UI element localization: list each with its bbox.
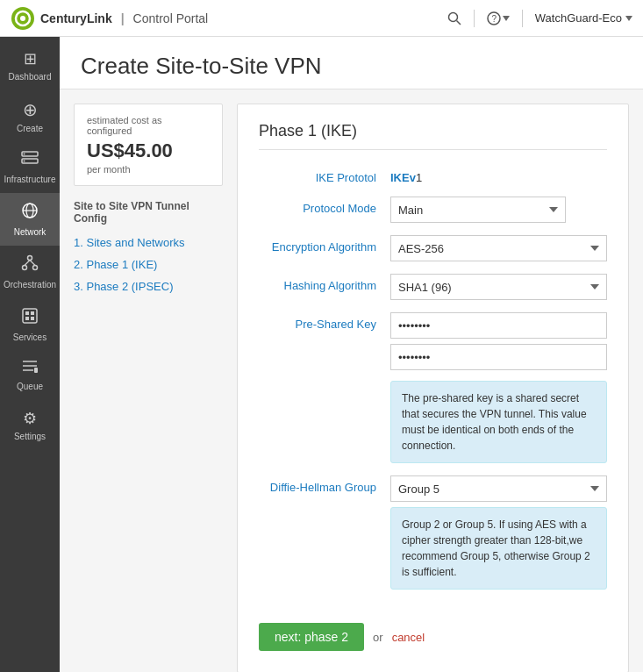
portal-name: Control Portal: [133, 11, 209, 25]
step-1-number: 1.: [74, 236, 83, 249]
search-button[interactable]: [447, 11, 461, 25]
centurylink-logo-icon: [11, 6, 35, 31]
svg-rect-27: [34, 368, 38, 373]
cost-period: per month: [87, 164, 210, 175]
step-2-label: Phase 1 (IKE): [86, 258, 157, 271]
nav-section-title: Site to Site VPN Tunnel Config: [74, 200, 223, 225]
protocol-mode-control: Main Aggressive: [390, 197, 607, 223]
phase-title: Phase 1 (IKE): [259, 122, 607, 150]
infrastructure-icon: [21, 151, 39, 171]
cost-box: estimated cost as configured US$45.00 pe…: [74, 104, 223, 186]
step-3-number: 3.: [74, 280, 83, 293]
sidebar-label-infrastructure: Infrastructure: [4, 175, 56, 184]
sidebar-item-orchestration[interactable]: Orchestration: [0, 246, 60, 298]
hashing-algorithm-label: Hashing Algorithm: [259, 274, 390, 292]
encryption-algorithm-row: Encryption Algorithm AES-256 AES-128 3DE…: [259, 235, 607, 261]
step-2-number: 2.: [74, 258, 83, 271]
sidebar-item-network[interactable]: Network: [0, 193, 60, 246]
sidebar-item-queue[interactable]: Queue: [0, 351, 60, 400]
ike-protocol-label: IKE Prototol: [259, 166, 390, 184]
svg-point-15: [23, 266, 27, 270]
hashing-algorithm-row: Hashing Algorithm SHA1 (96) SHA1 (128) M…: [259, 274, 607, 300]
pre-shared-key-input[interactable]: [390, 312, 607, 339]
brand-name: CenturyLink: [40, 11, 112, 25]
sidebar-item-dashboard[interactable]: ⊞ Dashboard: [0, 40, 60, 90]
sidebar-label-settings: Settings: [14, 432, 46, 441]
step-2[interactable]: 2. Phase 1 (IKE): [74, 254, 223, 275]
sidebar-label-orchestration: Orchestration: [4, 280, 56, 290]
brand-logo: CenturyLink | Control Portal: [11, 6, 208, 31]
encryption-algorithm-label: Encryption Algorithm: [259, 235, 390, 254]
sidebar-item-services[interactable]: Services: [0, 298, 60, 351]
diffie-hellman-select[interactable]: Group 2 Group 5: [390, 475, 607, 502]
svg-rect-20: [25, 311, 29, 315]
protocol-mode-select[interactable]: Main Aggressive: [390, 197, 566, 223]
sidebar-item-infrastructure[interactable]: Infrastructure: [0, 142, 60, 193]
form-footer: next: phase 2 or cancel: [259, 611, 607, 651]
right-panel: Phase 1 (IKE) IKE Prototol IKEv1 Protoco…: [237, 104, 629, 672]
page-header: Create Site-to-Site VPN: [60, 37, 643, 89]
create-icon: ⊕: [23, 99, 38, 120]
diffie-hellman-row: Diffie-Hellman Group Group 2 Group 5 Gro…: [259, 475, 607, 590]
main-layout: ⊞ Dashboard ⊕ Create Infrastructure Netw…: [0, 37, 643, 672]
svg-point-9: [24, 154, 25, 155]
svg-line-18: [30, 261, 35, 266]
settings-icon: ⚙: [23, 409, 37, 428]
help-button[interactable]: ?: [487, 11, 510, 25]
step-3-label: Phase 2 (IPSEC): [86, 280, 173, 293]
ike-protocol-value: IKEv1: [390, 166, 607, 184]
svg-line-17: [25, 261, 30, 266]
queue-icon: [21, 360, 39, 378]
svg-point-16: [33, 266, 38, 270]
hashing-algorithm-select[interactable]: SHA1 (96) SHA1 (128) MD5: [390, 274, 607, 300]
sidebar-item-create[interactable]: ⊕ Create: [0, 90, 60, 142]
svg-rect-21: [31, 311, 34, 315]
ike-version-suffix: 1: [416, 171, 422, 184]
cost-label: estimated cost as configured: [87, 115, 210, 136]
svg-line-4: [456, 20, 461, 25]
step-1[interactable]: 1. Sites and Networks: [74, 232, 223, 254]
svg-rect-22: [25, 317, 29, 320]
pre-shared-key-info: The pre-shared key is a shared secret th…: [390, 381, 607, 463]
sidebar: ⊞ Dashboard ⊕ Create Infrastructure Netw…: [0, 37, 60, 672]
diffie-hellman-control: Group 2 Group 5 Group 2 or Group 5. If u…: [390, 475, 607, 590]
svg-point-14: [28, 256, 32, 261]
cancel-link[interactable]: cancel: [392, 631, 425, 644]
two-col-layout: estimated cost as configured US$45.00 pe…: [60, 89, 643, 672]
diffie-hellman-label: Diffie-Hellman Group: [259, 475, 390, 494]
nav-divider: [474, 10, 475, 27]
content-area: Create Site-to-Site VPN estimated cost a…: [60, 37, 643, 672]
search-icon: [447, 11, 461, 25]
user-chevron-icon: [625, 16, 632, 21]
protocol-mode-row: Protocol Mode Main Aggressive: [259, 197, 607, 223]
svg-point-2: [20, 16, 25, 21]
left-panel: estimated cost as configured US$45.00 pe…: [74, 104, 223, 672]
or-text: or: [373, 631, 383, 644]
step-3[interactable]: 3. Phase 2 (IPSEC): [74, 275, 223, 297]
encryption-algorithm-control: AES-256 AES-128 3DES DES: [390, 235, 607, 261]
step-1-label: Sites and Networks: [86, 236, 184, 249]
sidebar-item-settings[interactable]: ⚙ Settings: [0, 400, 60, 450]
pre-shared-key-confirm-input[interactable]: [390, 344, 607, 370]
svg-text:?: ?: [491, 14, 497, 24]
network-icon: [21, 202, 39, 224]
sidebar-label-queue: Queue: [17, 382, 43, 391]
sidebar-label-create: Create: [17, 124, 43, 133]
page-title: Create Site-to-Site VPN: [81, 53, 622, 80]
nav-steps: 1. Sites and Networks 2. Phase 1 (IKE) 3…: [74, 232, 223, 297]
pre-shared-key-label: Pre-Shared Key: [259, 312, 390, 331]
top-nav-right: ? WatchGuard-Eco: [447, 10, 632, 27]
user-menu[interactable]: WatchGuard-Eco: [535, 11, 632, 25]
help-icon: ?: [487, 11, 501, 25]
sidebar-label-dashboard: Dashboard: [9, 72, 52, 82]
nav-divider2: [522, 10, 523, 27]
encryption-algorithm-select[interactable]: AES-256 AES-128 3DES DES: [390, 235, 607, 261]
hashing-algorithm-control: SHA1 (96) SHA1 (128) MD5: [390, 274, 607, 300]
ike-protocol-value-wrap: IKEv1: [390, 166, 607, 184]
next-phase-button[interactable]: next: phase 2: [259, 623, 364, 651]
chevron-down-icon: [503, 16, 510, 21]
svg-point-10: [24, 161, 25, 162]
cost-amount: US$45.00: [87, 139, 210, 162]
svg-rect-23: [31, 317, 34, 320]
sidebar-label-network: Network: [14, 227, 46, 237]
